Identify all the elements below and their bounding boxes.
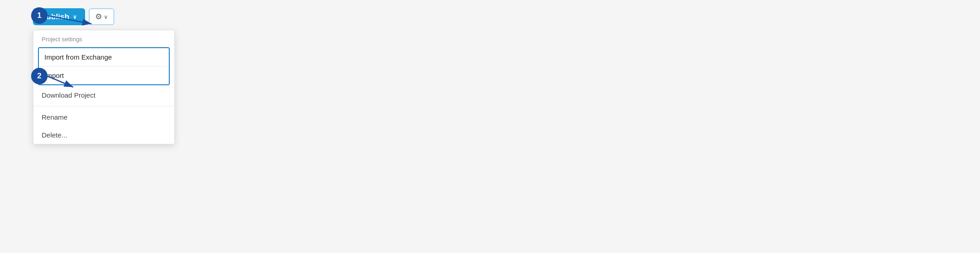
download-project-item[interactable]: Download Project — [33, 86, 174, 104]
annotation-circle-2: 2 — [31, 68, 48, 84]
settings-chevron-icon: ∨ — [104, 14, 108, 20]
dropdown-section-label: Project settings — [33, 30, 174, 46]
ui-container: 1 2 Publish ∨ ⚙ ∨ Project settings — [27, 0, 210, 144]
rename-item[interactable]: Rename — [33, 108, 174, 126]
menu-separator — [33, 106, 174, 106]
toolbar: Publish ∨ ⚙ ∨ — [27, 0, 210, 30]
import-from-exchange-item[interactable]: Import from Exchange — [39, 48, 169, 66]
dropdown-panel: Project settings Import from Exchange Im… — [33, 30, 175, 144]
delete-item[interactable]: Delete... — [33, 126, 174, 144]
gear-icon: ⚙ — [95, 13, 102, 21]
settings-button[interactable]: ⚙ ∨ — [89, 8, 114, 25]
import-item[interactable]: Import — [39, 66, 169, 84]
publish-chevron-icon: ∨ — [73, 14, 77, 20]
highlighted-group: Import from Exchange Import — [38, 47, 170, 85]
annotation-circle-1: 1 — [31, 7, 48, 24]
